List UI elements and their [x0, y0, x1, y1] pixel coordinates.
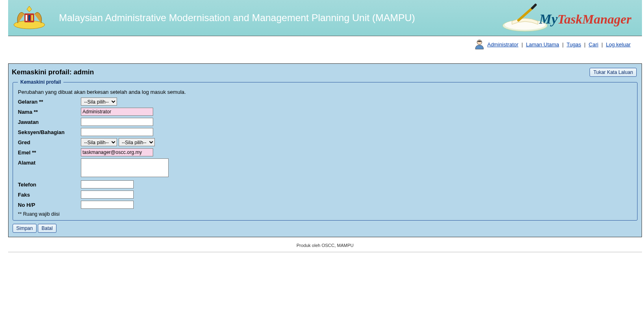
nav-user-link[interactable]: Administrator	[487, 41, 518, 48]
input-jawatan[interactable]	[81, 118, 153, 126]
svg-text:My: My	[539, 11, 558, 26]
label-seksyen: Seksyen/Bahagian	[18, 128, 81, 135]
user-icon	[474, 39, 485, 51]
label-telefon: Telefon	[18, 180, 81, 188]
content-panel: Kemaskini profail: admin Tukar Kata Lalu…	[8, 63, 642, 237]
svg-rect-3	[28, 15, 30, 21]
input-nama[interactable]	[81, 108, 153, 116]
svg-line-8	[532, 5, 536, 8]
nav-home-link[interactable]: Laman Utama	[526, 41, 559, 48]
footer-text: Produk oleh OSCC, MAMPU	[8, 237, 642, 252]
input-emel[interactable]	[81, 148, 153, 156]
input-faks[interactable]	[81, 191, 134, 199]
select-gred-2[interactable]: --Sila pilih--	[119, 138, 155, 146]
svg-point-11	[477, 40, 482, 45]
input-nohp[interactable]	[81, 201, 134, 209]
cancel-button[interactable]: Batal	[38, 224, 56, 233]
top-nav: Administrator | Laman Utama | Tugas | Ca…	[8, 36, 642, 54]
header-title: Malaysian Administrative Modernisation a…	[59, 12, 488, 24]
select-gred-1[interactable]: --Sila pilih--	[81, 138, 117, 146]
profile-fieldset: Kemaskini profail Perubahan yang dibuat …	[13, 79, 637, 221]
input-seksyen[interactable]	[81, 128, 153, 136]
fieldset-legend: Kemaskini profail	[18, 79, 63, 85]
label-emel: Emel **	[18, 148, 81, 156]
svg-rect-4	[31, 15, 33, 21]
label-nohp: No H/P	[18, 201, 81, 208]
required-note: ** Ruang wajib diisi	[18, 211, 632, 217]
nav-separator: |	[584, 41, 585, 48]
app-logo: My TaskManager	[501, 3, 638, 32]
page-title: Kemaskini profail: admin	[12, 68, 94, 76]
app-header: Malaysian Administrative Modernisation a…	[8, 0, 642, 36]
nav-separator: |	[562, 41, 564, 48]
label-gelaran: Gelaran **	[18, 97, 81, 105]
label-faks: Faks	[18, 191, 81, 198]
label-nama: Nama **	[18, 108, 81, 115]
textarea-alamat[interactable]	[81, 158, 169, 177]
label-gred: Gred	[18, 138, 81, 145]
nav-separator: |	[521, 41, 523, 48]
nav-separator: |	[601, 41, 603, 48]
label-jawatan: Jawatan	[18, 118, 81, 125]
nav-tasks-link[interactable]: Tugas	[567, 41, 581, 48]
svg-rect-2	[26, 15, 27, 21]
change-password-button[interactable]: Tukar Kata Laluan	[590, 68, 637, 77]
input-telefon[interactable]	[81, 180, 134, 188]
nav-logout-link[interactable]: Log keluar	[606, 41, 631, 48]
select-gelaran[interactable]: --Sila pilih--	[81, 97, 117, 106]
svg-text:TaskManager: TaskManager	[557, 12, 632, 26]
nav-search-link[interactable]: Cari	[589, 41, 598, 48]
form-info-text: Perubahan yang dibuat akan berkesan sete…	[18, 89, 632, 95]
crest-icon	[12, 5, 47, 30]
save-button[interactable]: Simpan	[13, 224, 37, 233]
label-alamat: Alamat	[18, 158, 81, 166]
